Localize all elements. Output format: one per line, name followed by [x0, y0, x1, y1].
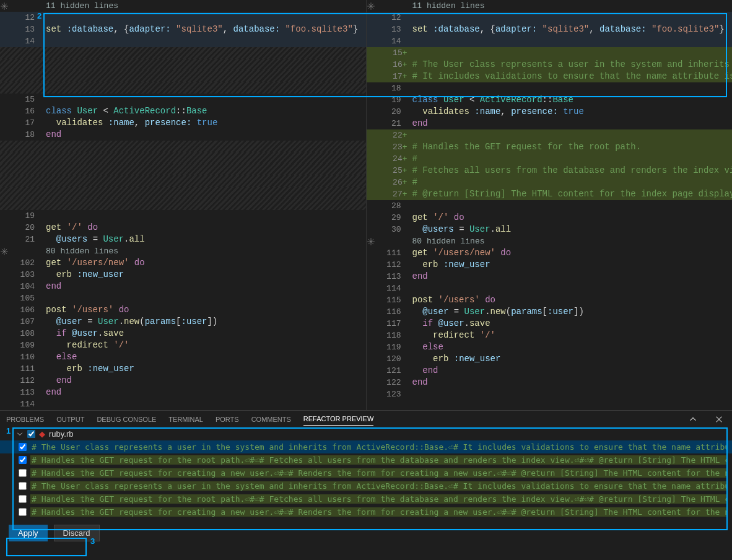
refactor-item[interactable]: # Handles the GET request for the root p… [0, 492, 732, 505]
code-line[interactable]: 108 if @user.save [0, 328, 366, 339]
tab-terminal[interactable]: TERMINAL [168, 413, 203, 426]
code-line[interactable] [0, 198, 366, 210]
code-line[interactable]: 22+ [367, 129, 733, 141]
code-line[interactable]: 113end [0, 387, 366, 398]
folded-lines-row[interactable]: 80 hidden lines [367, 235, 733, 247]
code-line[interactable]: 27+# @return [String] The HTML content f… [367, 188, 733, 200]
apply-button[interactable]: Apply [9, 525, 48, 541]
code-line[interactable]: 21end [367, 118, 733, 129]
code-line[interactable]: 16+# The User class represents a user in… [367, 59, 733, 71]
code-line[interactable]: 28 [367, 200, 733, 212]
code-line[interactable]: 13set :database, {adapter: "sqlite3", da… [0, 24, 366, 35]
file-checkbox[interactable] [27, 430, 35, 438]
code-line[interactable]: 23+# Handles the GET request for the roo… [367, 141, 733, 153]
refactor-item-checkbox[interactable] [19, 469, 27, 477]
code-line[interactable]: 114 [367, 282, 733, 294]
refactor-file-row[interactable]: ◆ ruby.rb [0, 427, 732, 440]
code-line[interactable]: 18end [0, 129, 366, 141]
code-line[interactable]: 107 @user = User.new(params[:user]) [0, 316, 366, 328]
folded-lines-row[interactable]: 11 hidden lines [367, 0, 733, 12]
chevron-up-icon[interactable] [686, 415, 700, 424]
code-line[interactable]: 109 redirect '/' [0, 339, 366, 351]
code-line[interactable]: 26+# [367, 177, 733, 188]
code-line[interactable]: 17+# It includes validations to ensure t… [367, 71, 733, 82]
code-line[interactable]: 105 [0, 292, 366, 304]
refactor-item[interactable]: # Handles the GET request for creating a… [0, 505, 732, 518]
code-line[interactable]: 15 [0, 94, 366, 105]
refactor-item[interactable]: # Handles the GET request for creating a… [0, 466, 732, 479]
tab-refactor-preview[interactable]: REFACTOR PREVIEW [303, 413, 373, 426]
code-line[interactable]: 115post '/users' do [367, 294, 733, 306]
code-line[interactable]: 113end [367, 271, 733, 282]
code-line[interactable] [0, 175, 366, 187]
code-line[interactable]: 29get '/' do [367, 212, 733, 224]
fold-icon[interactable] [0, 2, 9, 11]
fold-icon[interactable] [0, 247, 9, 256]
chevron-down-icon[interactable] [16, 431, 24, 438]
code-line[interactable] [0, 47, 366, 59]
code-line[interactable]: 121 end [367, 365, 733, 377]
code-line[interactable]: 21 @users = User.all [0, 234, 366, 245]
code-line[interactable]: 18 [367, 82, 733, 94]
code-line[interactable]: 14 [0, 35, 366, 47]
code-line[interactable]: 15+ [367, 47, 733, 59]
code-line[interactable] [0, 152, 366, 164]
code-line[interactable]: 114 [0, 398, 366, 410]
code-line[interactable]: 103 erb :new_user [0, 269, 366, 281]
refactor-item-checkbox[interactable] [19, 482, 27, 490]
folded-lines-row[interactable]: 80 hidden lines [0, 245, 366, 257]
code-line[interactable]: 110 else [0, 351, 366, 363]
code-line[interactable] [0, 59, 366, 71]
code-line[interactable]: 118 redirect '/' [367, 330, 733, 341]
refactor-item-checkbox[interactable] [19, 495, 27, 503]
code-line[interactable]: 106post '/users' do [0, 304, 366, 316]
tab-comments[interactable]: COMMENTS [251, 413, 291, 426]
close-icon[interactable] [712, 415, 726, 424]
diff-right-pane[interactable]: 11 hidden lines 12 13set :database, {ada… [367, 0, 733, 410]
code-line[interactable] [0, 164, 366, 175]
tab-debug-console[interactable]: DEBUG CONSOLE [97, 413, 156, 426]
code-line[interactable]: 30 @users = User.all [367, 224, 733, 235]
code-line[interactable]: 117 if @user.save [367, 318, 733, 330]
tab-output[interactable]: OUTPUT [56, 413, 84, 426]
code-line[interactable]: 24+# [367, 153, 733, 165]
refactor-item-checkbox[interactable] [19, 456, 27, 464]
code-line[interactable]: 14 [367, 35, 733, 47]
code-line[interactable]: 12 [0, 12, 366, 24]
code-line[interactable]: 111get '/users/new' do [367, 247, 733, 259]
refactor-item[interactable]: # Handles the GET request for the root p… [0, 453, 732, 466]
code-line[interactable]: 13set :database, {adapter: "sqlite3", da… [367, 24, 733, 35]
code-line[interactable]: 16class User < ActiveRecord::Base [0, 105, 366, 117]
code-line[interactable]: 111 erb :new_user [0, 363, 366, 375]
code-line[interactable]: 19class User < ActiveRecord::Base [367, 94, 733, 106]
refactor-item[interactable]: # The User class represents a user in th… [0, 479, 732, 492]
code-line[interactable]: 19 [0, 210, 366, 222]
diff-left-pane[interactable]: 11 hidden lines 12 13set :database, {ada… [0, 0, 367, 410]
code-line[interactable]: 122end [367, 377, 733, 388]
folded-lines-row[interactable]: 11 hidden lines [0, 0, 366, 12]
code-line[interactable]: 120 erb :new_user [367, 353, 733, 365]
refactor-item[interactable]: # The User class represents a user in th… [0, 440, 732, 453]
code-line[interactable]: 25+# Fetches all users from the database… [367, 165, 733, 177]
refactor-item-checkbox[interactable] [19, 508, 27, 516]
tab-problems[interactable]: PROBLEMS [6, 413, 44, 426]
code-line[interactable] [0, 82, 366, 94]
code-line[interactable]: 12 [367, 12, 733, 24]
code-line[interactable] [0, 187, 366, 199]
code-line[interactable]: 116 @user = User.new(params[:user]) [367, 306, 733, 318]
code-line[interactable]: 112 end [0, 375, 366, 387]
fold-icon[interactable] [367, 2, 375, 11]
code-line[interactable]: 112 erb :new_user [367, 259, 733, 271]
code-line[interactable]: 123 [367, 388, 733, 400]
tab-ports[interactable]: PORTS [216, 413, 239, 426]
code-line[interactable]: 17 validates :name, presence: true [0, 117, 366, 129]
code-line[interactable] [0, 70, 366, 82]
code-line[interactable]: 20 validates :name, presence: true [367, 106, 733, 118]
code-line[interactable]: 104end [0, 281, 366, 292]
code-line[interactable]: 119 else [367, 341, 733, 353]
code-line[interactable]: 20get '/' do [0, 222, 366, 234]
code-line[interactable]: 102get '/users/new' do [0, 257, 366, 269]
refactor-item-checkbox[interactable] [19, 443, 27, 451]
code-line[interactable] [0, 141, 366, 152]
fold-icon[interactable] [367, 237, 375, 246]
